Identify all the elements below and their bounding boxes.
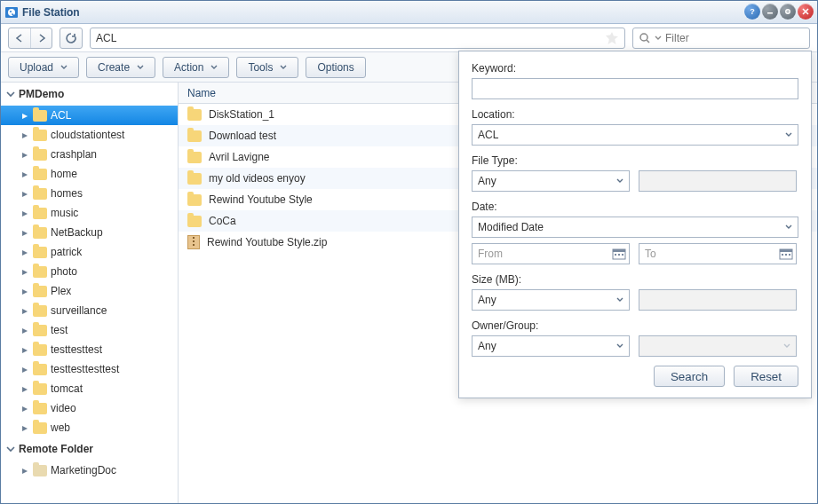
folder-icon: [33, 130, 47, 141]
folder-icon: [33, 286, 47, 297]
sidebar-item-video[interactable]: ▸video: [1, 398, 178, 418]
sidebar-item-tomcat[interactable]: ▸tomcat: [1, 379, 178, 398]
filter-box[interactable]: [632, 28, 810, 49]
expand-icon: ▸: [20, 129, 29, 141]
svg-rect-13: [622, 254, 623, 256]
sidebar-item-testtesttesttest[interactable]: ▸testtesttesttest: [1, 359, 178, 379]
tree-remote-label: Remote Folder: [19, 443, 93, 455]
folder-icon: [33, 188, 47, 200]
svg-rect-10: [613, 249, 625, 252]
sidebar-item-web[interactable]: ▸web: [1, 418, 178, 437]
archive-icon: [187, 235, 200, 249]
create-button[interactable]: Create: [86, 57, 155, 78]
sidebar-item-cloudstationtest[interactable]: ▸cloudstationtest: [1, 125, 178, 145]
favorite-star-icon[interactable]: [605, 31, 619, 45]
app-icon: [4, 5, 19, 20]
svg-point-2: [10, 11, 12, 12]
tree-remote-header[interactable]: Remote Folder: [1, 437, 178, 461]
tree-root[interactable]: PMDemo: [1, 83, 178, 106]
action-button[interactable]: Action: [163, 57, 229, 78]
filter-input[interactable]: [665, 32, 804, 44]
sidebar-item-acl[interactable]: ▸ACL: [1, 106, 178, 125]
sidebar-item-homes[interactable]: ▸homes: [1, 184, 178, 203]
reset-button[interactable]: Reset: [734, 366, 798, 387]
maximize-button[interactable]: [780, 4, 796, 20]
owner-select[interactable]: Any: [472, 335, 630, 357]
chevron-down-icon: [785, 131, 792, 138]
calendar-icon[interactable]: [779, 247, 793, 261]
folder-icon: [187, 130, 202, 142]
filter-dropdown-icon[interactable]: [655, 35, 662, 42]
sidebar-item-testtesttest[interactable]: ▸testtesttest: [1, 340, 178, 359]
nav-forward-button[interactable]: [30, 28, 52, 48]
nav-group: [8, 28, 52, 49]
sidebar-item-marketingdoc[interactable]: ▸MarketingDoc: [1, 461, 178, 480]
reload-button[interactable]: [60, 28, 83, 49]
folder-icon: [33, 305, 47, 317]
expand-icon: ▸: [20, 324, 29, 336]
sidebar-item-home[interactable]: ▸home: [1, 164, 178, 184]
sidebar-item-crashplan[interactable]: ▸crashplan: [1, 145, 178, 164]
owner-value-select: [639, 335, 797, 357]
sidebar-item-netbackup[interactable]: ▸NetBackup: [1, 223, 178, 242]
expand-icon: ▸: [20, 226, 29, 239]
folder-icon: [33, 208, 47, 219]
nav-back-button[interactable]: [9, 28, 30, 48]
chevron-down-icon: [616, 343, 623, 350]
svg-rect-5: [767, 12, 773, 14]
sidebar-item-plex[interactable]: ▸Plex: [1, 281, 178, 301]
filetype-select[interactable]: Any: [472, 170, 630, 192]
tools-button[interactable]: Tools: [236, 57, 298, 78]
expand-icon: ▸: [20, 187, 29, 200]
expand-icon: ▸: [20, 304, 29, 317]
sidebar-item-surveillance[interactable]: ▸surveillance: [1, 301, 178, 320]
sidebar-item-photo[interactable]: ▸photo: [1, 262, 178, 281]
sidebar-item-music[interactable]: ▸music: [1, 203, 178, 223]
options-button[interactable]: Options: [306, 57, 365, 78]
keyword-input[interactable]: [472, 78, 798, 99]
sidebar-item-label: MarketingDoc: [51, 464, 116, 476]
sidebar[interactable]: PMDemo ▸ACL▸cloudstationtest▸crashplan▸h…: [1, 83, 179, 503]
date-from-input[interactable]: [472, 243, 630, 264]
date-to-input[interactable]: [639, 243, 797, 264]
file-name: Avril Lavigne: [209, 151, 269, 163]
size-label: Size (MB):: [472, 273, 798, 286]
expand-icon: ▸: [20, 402, 29, 414]
sidebar-item-label: web: [51, 421, 70, 434]
path-bar[interactable]: ACL: [90, 28, 625, 49]
minimize-button[interactable]: [762, 4, 778, 20]
folder-tree: PMDemo ▸ACL▸cloudstationtest▸crashplan▸h…: [1, 83, 178, 480]
sidebar-item-test[interactable]: ▸test: [1, 320, 178, 340]
sidebar-item-label: surveillance: [51, 304, 107, 317]
calendar-icon[interactable]: [612, 247, 626, 261]
chevron-down-icon: [280, 64, 287, 71]
sidebar-item-label: crashplan: [51, 148, 97, 161]
sidebar-item-patrick[interactable]: ▸patrick: [1, 242, 178, 262]
svg-rect-18: [789, 254, 790, 256]
sidebar-item-label: homes: [51, 187, 83, 200]
folder-icon: [33, 364, 47, 375]
chevron-down-icon: [783, 343, 790, 350]
window-controls: ?: [744, 4, 814, 20]
folder-icon: [33, 227, 47, 239]
expand-icon: ▸: [20, 207, 29, 219]
search-button[interactable]: Search: [654, 366, 725, 387]
upload-button[interactable]: Upload: [8, 57, 79, 78]
date-type-select[interactable]: Modified Date: [472, 217, 798, 238]
navbar: ACL: [1, 24, 817, 52]
svg-point-1: [8, 9, 15, 16]
location-select[interactable]: ACL: [472, 124, 798, 146]
svg-point-8: [640, 34, 647, 41]
collapse-icon: [6, 445, 15, 453]
size-select[interactable]: Any: [472, 289, 630, 311]
column-name: Name: [187, 87, 216, 99]
folder-icon: [33, 403, 47, 414]
close-button[interactable]: [798, 4, 814, 20]
file-name: Rewind Youtube Style.zip: [207, 236, 327, 248]
collapse-icon: [6, 90, 15, 98]
sidebar-item-label: patrick: [51, 246, 82, 258]
folder-icon: [33, 325, 47, 336]
expand-icon: ▸: [20, 246, 29, 258]
search-icon: [639, 32, 651, 44]
help-button[interactable]: ?: [744, 4, 760, 20]
